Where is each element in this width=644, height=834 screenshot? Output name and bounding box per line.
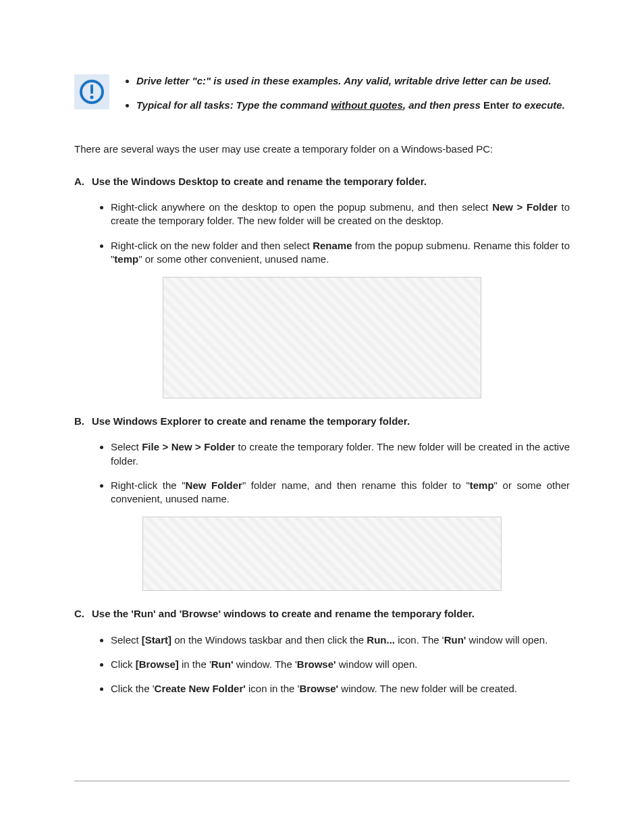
figure-desktop-context-menu — [163, 277, 481, 398]
text: Click the ' — [111, 683, 155, 694]
text: " or some other convenient, unused name. — [138, 253, 329, 265]
figure-explorer-new-folder — [142, 517, 502, 591]
text-bold: New > Folder — [492, 201, 558, 213]
section-b-list: Select File > New > Folder to create the… — [95, 440, 570, 506]
section-title: Use the 'Run' and 'Browse' windows to cr… — [92, 608, 475, 619]
section-label: B. — [74, 415, 92, 428]
text: window. The ' — [234, 658, 297, 670]
section-c-heading: C.Use the 'Run' and 'Browse' windows to … — [74, 607, 570, 621]
list-item: Click [Browse] in the 'Run' window. The … — [111, 658, 570, 671]
text-bold: [Start] — [142, 634, 171, 646]
text-bold: Browse' — [297, 658, 336, 670]
text: Click — [111, 658, 136, 670]
text-bold: Run... — [367, 634, 395, 646]
list-item: Select File > New > Folder to create the… — [111, 440, 570, 468]
section-title: Use the Windows Desktop to create and re… — [92, 176, 427, 187]
intro-paragraph: There are several ways the user may use … — [74, 142, 570, 156]
text-bold: Rename — [313, 240, 352, 251]
text: icon in the ' — [246, 683, 300, 694]
text: window will open. — [336, 658, 418, 670]
text: on the Windows taskbar and then click th… — [171, 634, 367, 646]
section-b-heading: B.Use Windows Explorer to create and ren… — [74, 415, 570, 428]
text: window will open. — [466, 634, 547, 646]
section-c-list: Select [Start] on the Windows taskbar an… — [95, 633, 570, 696]
section-label: A. — [74, 175, 92, 188]
svg-rect-1 — [90, 84, 93, 94]
list-item: Right-click anywhere on the desktop to o… — [111, 201, 570, 228]
section-a-heading: A.Use the Windows Desktop to create and … — [74, 175, 570, 188]
section-label: C. — [74, 607, 92, 621]
text-enter: Enter — [483, 99, 509, 111]
bullet-drive-letter: Drive letter "c:" is used in these examp… — [136, 74, 570, 88]
section-title: Use Windows Explorer to create and renam… — [92, 415, 408, 427]
text-bold: [Browse] — [136, 658, 179, 670]
section-title-tail: . — [408, 415, 410, 427]
text: Right-click anywhere on the desktop to o… — [111, 201, 492, 213]
list-item: Click the 'Create New Folder' icon in th… — [111, 682, 570, 696]
info-callout: Drive letter "c:" is used in these examp… — [74, 74, 570, 124]
svg-point-2 — [90, 95, 93, 99]
text: in the ' — [179, 658, 211, 670]
text: Select — [111, 441, 142, 452]
list-item: Select [Start] on the Windows taskbar an… — [111, 633, 570, 647]
bullet-typical-tasks: Typical for all tasks: Type the command … — [136, 99, 570, 112]
text: Right-click the " — [111, 479, 186, 491]
text-bold: Run' — [444, 634, 466, 646]
section-a-list: Right-click anywhere on the desktop to o… — [95, 201, 570, 266]
text: Typical for all tasks: Type the command — [136, 99, 331, 111]
text-bold: temp — [470, 479, 494, 491]
text: " folder name, and then rename this fold… — [242, 479, 470, 491]
list-item: Right-click the "New Folder" folder name… — [111, 479, 570, 506]
text-bold: Run' — [211, 658, 234, 670]
text: Right-click on the new folder and then s… — [111, 240, 313, 251]
text: to execute. — [509, 99, 565, 111]
text-bold: Browse' — [299, 683, 338, 694]
list-item: Right-click on the new folder and then s… — [111, 239, 570, 267]
text-underline: without quotes — [331, 99, 403, 111]
top-bullet-list: Drive letter "c:" is used in these examp… — [122, 74, 570, 124]
text-bold: File > New > Folder — [142, 441, 235, 452]
text-bold: temp — [114, 253, 138, 265]
text-bold: Create New Folder' — [155, 683, 246, 694]
text-bold: New Folder — [186, 479, 242, 491]
text: Drive letter "c:" is used in these examp… — [136, 75, 552, 86]
text: , and then press — [403, 99, 483, 111]
text: window. The new folder will be created. — [338, 683, 517, 694]
footer-separator — [74, 781, 570, 781]
text: Select — [111, 634, 142, 646]
text: icon. The ' — [395, 634, 444, 646]
document-page: Drive letter "c:" is used in these examp… — [0, 0, 644, 834]
info-icon — [74, 74, 109, 109]
